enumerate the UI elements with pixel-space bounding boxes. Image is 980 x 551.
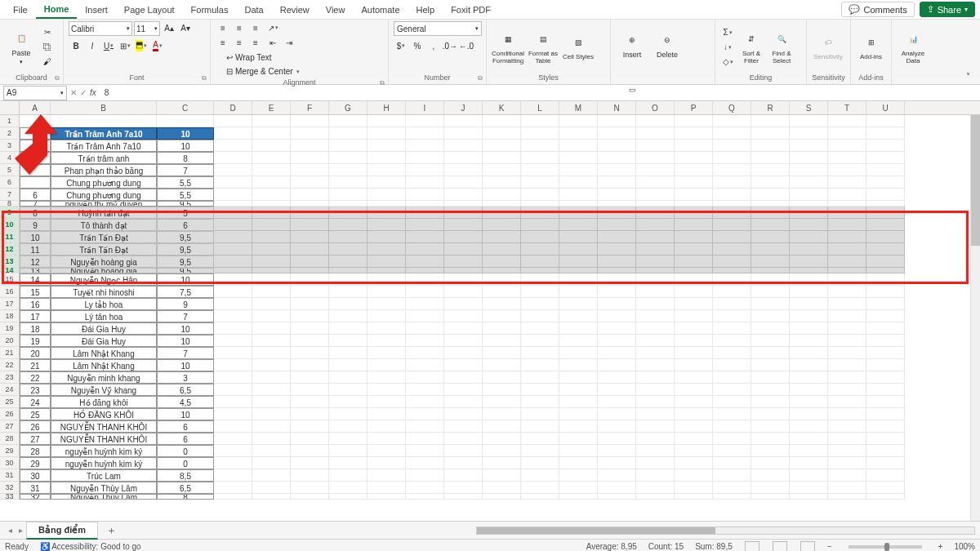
cell[interactable]: [559, 201, 598, 207]
sheet-nav-next[interactable]: ▸: [16, 526, 26, 535]
decrease-font-button[interactable]: A▾: [178, 21, 193, 34]
cell[interactable]: [790, 127, 828, 140]
cell[interactable]: [598, 115, 636, 127]
cell[interactable]: 24: [20, 396, 51, 408]
cell[interactable]: [828, 268, 866, 273]
cell[interactable]: [406, 152, 444, 164]
cell[interactable]: [252, 115, 291, 127]
cell[interactable]: 19: [20, 335, 51, 347]
cell[interactable]: [598, 457, 636, 469]
cell[interactable]: [828, 231, 866, 243]
cell[interactable]: [866, 219, 905, 231]
cell[interactable]: [559, 322, 598, 335]
cell[interactable]: [751, 127, 790, 140]
cell[interactable]: [751, 231, 790, 243]
cell[interactable]: [483, 408, 521, 420]
cell[interactable]: [713, 115, 751, 127]
cell[interactable]: [598, 433, 636, 445]
font-color-button[interactable]: A: [150, 39, 165, 52]
cell[interactable]: [751, 310, 790, 322]
cell[interactable]: 25: [20, 408, 51, 420]
cell[interactable]: [751, 408, 790, 420]
analyze-data-button[interactable]: 📊Analyze Data: [897, 24, 929, 71]
cell[interactable]: [291, 140, 329, 152]
cell[interactable]: Tuyết nhi hinoshi: [51, 286, 157, 298]
cell[interactable]: 9,5: [157, 256, 214, 268]
status-accessibility[interactable]: ♿ Accessibility: Good to go: [40, 542, 141, 551]
delete-cells-button[interactable]: ⊖Delete: [651, 21, 684, 69]
cell[interactable]: [368, 347, 406, 359]
row-header[interactable]: 19: [0, 322, 20, 335]
cell[interactable]: [713, 457, 751, 469]
cell[interactable]: 26: [20, 420, 51, 433]
cell[interactable]: [444, 268, 483, 273]
cell[interactable]: [521, 152, 559, 164]
cell[interactable]: [214, 469, 252, 482]
cell[interactable]: [713, 243, 751, 256]
cell[interactable]: [368, 298, 406, 310]
cell[interactable]: [444, 152, 483, 164]
sheet-nav-prev[interactable]: ◂: [5, 526, 16, 535]
cell[interactable]: 31: [20, 482, 51, 494]
column-header-S[interactable]: S: [790, 101, 828, 114]
cell[interactable]: 5,5: [157, 176, 214, 189]
cell[interactable]: [406, 201, 444, 207]
cell[interactable]: [329, 189, 368, 201]
cell[interactable]: [598, 219, 636, 231]
cell[interactable]: [329, 396, 368, 408]
decrease-decimal-button[interactable]: ←.0: [459, 39, 474, 52]
cell[interactable]: [406, 408, 444, 420]
cell[interactable]: [675, 408, 713, 420]
cell[interactable]: [790, 384, 828, 396]
cell[interactable]: [636, 322, 675, 335]
cell[interactable]: 5,5: [157, 189, 214, 201]
cell[interactable]: [329, 347, 368, 359]
cell[interactable]: [444, 164, 483, 176]
cell[interactable]: [329, 286, 368, 298]
cell[interactable]: [866, 371, 905, 384]
cell[interactable]: [368, 256, 406, 268]
cell[interactable]: [368, 420, 406, 433]
cell[interactable]: [675, 482, 713, 494]
cell[interactable]: [444, 286, 483, 298]
cell[interactable]: [790, 445, 828, 457]
cell[interactable]: [828, 494, 866, 500]
column-header-J[interactable]: J: [444, 101, 483, 114]
cell[interactable]: [444, 494, 483, 500]
cell[interactable]: [252, 420, 291, 433]
cell[interactable]: [713, 408, 751, 420]
cell[interactable]: [751, 219, 790, 231]
cell[interactable]: [713, 384, 751, 396]
cell[interactable]: [751, 256, 790, 268]
cell[interactable]: [866, 140, 905, 152]
column-header-B[interactable]: B: [51, 101, 157, 114]
currency-button[interactable]: $: [394, 39, 408, 52]
cell[interactable]: nguyễn huỳnh kim ký: [51, 457, 157, 469]
cell[interactable]: [675, 273, 713, 286]
cell[interactable]: [521, 384, 559, 396]
cell[interactable]: [713, 347, 751, 359]
zoom-slider[interactable]: [849, 545, 922, 549]
cell[interactable]: [636, 457, 675, 469]
cell[interactable]: [444, 243, 483, 256]
zoom-out-button[interactable]: −: [827, 542, 832, 551]
cell[interactable]: [675, 371, 713, 384]
cell[interactable]: [559, 127, 598, 140]
cell[interactable]: 7: [157, 347, 214, 359]
cell[interactable]: [483, 420, 521, 433]
align-left-button[interactable]: ≡: [216, 36, 230, 49]
cell[interactable]: Phan phạn thảo băng: [51, 164, 157, 176]
cell[interactable]: [790, 152, 828, 164]
cell[interactable]: [291, 457, 329, 469]
cell[interactable]: [329, 371, 368, 384]
cell[interactable]: [406, 189, 444, 201]
column-header-E[interactable]: E: [252, 101, 291, 114]
cell[interactable]: [828, 201, 866, 207]
cell[interactable]: [675, 445, 713, 457]
cell[interactable]: [713, 286, 751, 298]
cell[interactable]: [828, 371, 866, 384]
cell[interactable]: [406, 371, 444, 384]
cell[interactable]: [559, 243, 598, 256]
cell[interactable]: [790, 433, 828, 445]
cell[interactable]: 20: [20, 347, 51, 359]
